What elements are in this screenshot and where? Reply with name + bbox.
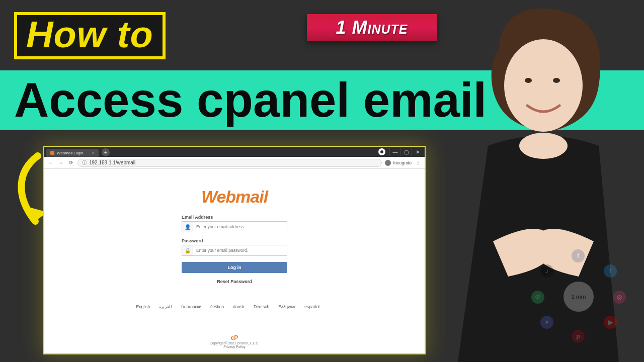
language-selector: English العربية български čeština dansk … [136, 304, 333, 309]
browser-menu-button[interactable]: ⋮ [415, 160, 422, 165]
page-footer: cP Copyright© 2021 cPanel, L.L.C. Privac… [210, 334, 260, 348]
lang-option[interactable]: العربية [159, 304, 172, 309]
window-close-button[interactable]: ✕ [412, 148, 423, 156]
lang-option[interactable]: dansk [233, 304, 245, 309]
email-field-wrap: 👤 [182, 221, 287, 232]
tab-close-icon[interactable]: × [92, 150, 95, 155]
nav-back-icon[interactable]: ← [47, 160, 54, 165]
password-label: Password [182, 238, 287, 243]
lang-option[interactable]: Ελληνικά [278, 304, 295, 309]
window-maximize-button[interactable]: ▢ [400, 148, 412, 156]
incognito-label: Incognito [393, 160, 412, 165]
browser-tab[interactable]: Webmail Login × [46, 149, 99, 157]
tiktok-icon: ♪ [540, 264, 553, 278]
password-input[interactable] [193, 248, 287, 253]
howto-badge: How to [14, 12, 166, 59]
howto-label: How to [26, 16, 153, 53]
copyright-text: Copyright© 2021 cPanel, L.L.C. [210, 341, 260, 345]
window-minimize-button[interactable]: — [389, 148, 400, 156]
user-icon: 👤 [182, 222, 193, 232]
browser-address-bar: ← → ⟳ ⓘ 192.168.1.1/webmail Incognito ⋮ [44, 157, 425, 169]
whatsapp-icon: ✆ [531, 291, 544, 304]
svg-point-1 [504, 39, 583, 132]
lang-option[interactable]: English [136, 304, 150, 309]
one-minute-badge: 1 Minute [307, 14, 437, 41]
instagram-icon: ◎ [613, 291, 626, 304]
twitter-icon: t [604, 264, 617, 278]
channel-watermark-icon: 1 min f t ◎ ▶ p ✦ ✆ ♪ [533, 251, 624, 342]
lang-more[interactable]: … [329, 304, 333, 309]
tab-title: Webmail Login [57, 151, 84, 155]
address-input[interactable]: ⓘ 192.168.1.1/webmail [77, 159, 382, 167]
login-button[interactable]: Log in [182, 262, 287, 273]
privacy-link[interactable]: Privacy Policy [210, 345, 260, 348]
browser-window: Webmail Login × + — ▢ ✕ ← → ⟳ ⓘ 192.168.… [43, 146, 426, 354]
lang-option[interactable]: español [304, 304, 319, 309]
svg-point-3 [553, 78, 560, 83]
incognito-icon [385, 160, 391, 166]
reset-password-link[interactable]: Reset Password [182, 279, 287, 284]
email-input[interactable] [193, 224, 287, 229]
watermark-core-label: 1 min [564, 282, 594, 312]
lock-icon: 🔒 [182, 245, 193, 255]
youtube-icon: ▶ [604, 316, 617, 329]
login-form: Email Address 👤 Password 🔒 Log in Reset … [182, 215, 287, 284]
webmail-logo: Webmail [201, 187, 268, 207]
incognito-indicator: Incognito [385, 160, 412, 166]
facebook-icon: f [572, 249, 585, 262]
url-text: 192.168.1.1/webmail [89, 160, 135, 165]
email-label: Email Address [182, 215, 287, 220]
recording-indicator-icon [378, 148, 385, 155]
password-field-wrap: 🔒 [182, 245, 287, 256]
tab-favicon-icon [50, 151, 54, 155]
nav-forward-icon[interactable]: → [57, 160, 64, 165]
browser-titlebar: Webmail Login × + — ▢ ✕ [44, 147, 425, 157]
nav-reload-icon[interactable]: ⟳ [67, 160, 74, 165]
webmail-login-page: Webmail Email Address 👤 Password 🔒 Log i… [44, 169, 425, 353]
lang-option[interactable]: български [181, 304, 201, 309]
lang-option[interactable]: Deutsch [254, 304, 269, 309]
svg-point-4 [519, 133, 568, 159]
one-minute-label: 1 Minute [336, 17, 408, 38]
discord-icon: ✦ [540, 316, 553, 329]
new-tab-button[interactable]: + [102, 148, 110, 156]
cpanel-logo: cP [210, 334, 260, 341]
site-info-icon[interactable]: ⓘ [82, 159, 87, 166]
lang-option[interactable]: čeština [210, 304, 224, 309]
pinterest-icon: p [572, 330, 585, 343]
svg-point-2 [525, 78, 532, 83]
